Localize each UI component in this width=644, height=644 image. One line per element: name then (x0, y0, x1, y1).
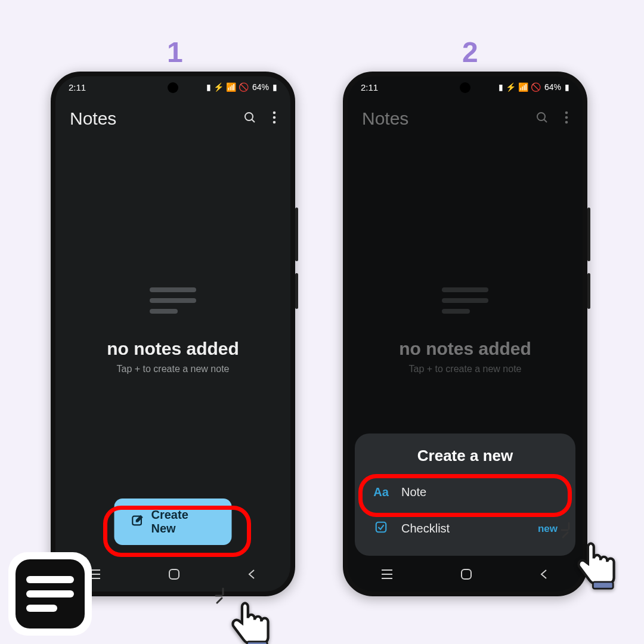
text-icon: Aa (373, 485, 389, 499)
svg-point-14 (565, 121, 568, 124)
notes-empty-icon (150, 281, 196, 320)
svg-rect-9 (169, 569, 179, 579)
step-number-1: 1 (167, 36, 183, 69)
app-header: Notes (348, 98, 583, 136)
create-sheet: Create a new Aa Note Checklist new (355, 434, 575, 556)
home-button[interactable] (460, 568, 473, 583)
search-icon[interactable] (243, 110, 257, 127)
sheet-item-label: Note (401, 485, 426, 499)
recents-button[interactable] (380, 569, 394, 582)
phone-mock-2: 2:11 ▮ ⚡ 📶 🚫 64%▮ Notes no notes added T… (343, 72, 587, 596)
status-icons: ▮ ⚡ 📶 🚫 (499, 82, 541, 92)
app-header: Notes (55, 98, 290, 136)
status-time: 2:11 (69, 82, 86, 92)
svg-line-21 (217, 598, 222, 603)
svg-rect-20 (247, 642, 267, 644)
tap-spark-icon (561, 522, 578, 540)
sheet-title: Create a new (363, 447, 567, 465)
svg-rect-15 (376, 522, 386, 532)
status-time: 2:11 (361, 82, 378, 92)
side-button (587, 208, 590, 261)
empty-title: no notes added (107, 339, 239, 359)
sheet-item-label: Checklist (401, 522, 450, 535)
notes-app-glyph (16, 559, 85, 628)
android-nav-bar (348, 559, 583, 592)
svg-point-4 (273, 121, 276, 124)
empty-title: no notes added (399, 339, 531, 359)
step-number-2: 2 (462, 36, 478, 69)
svg-rect-24 (593, 582, 613, 589)
back-button[interactable] (539, 569, 550, 582)
phone-mock-1: 2:11 ▮ ⚡ 📶 🚫 64%▮ Notes no notes added T… (51, 72, 295, 596)
svg-point-10 (537, 113, 545, 120)
svg-rect-19 (462, 569, 471, 579)
side-button (295, 273, 298, 309)
compose-icon (131, 514, 144, 530)
status-battery: 64% (252, 82, 269, 92)
svg-line-1 (252, 119, 255, 122)
create-new-label: Create New (151, 508, 215, 535)
checkbox-icon (373, 521, 389, 537)
search-icon[interactable] (535, 110, 549, 127)
app-icon (8, 552, 92, 636)
side-button (295, 208, 298, 261)
sheet-item-checklist[interactable]: Checklist new (363, 510, 567, 547)
more-icon[interactable] (565, 111, 568, 126)
page-title: Notes (362, 109, 408, 129)
camera-notch (460, 82, 470, 93)
back-button[interactable] (247, 569, 258, 582)
svg-line-25 (563, 532, 568, 537)
status-battery: 64% (544, 82, 561, 92)
home-button[interactable] (168, 568, 181, 583)
more-icon[interactable] (273, 111, 276, 126)
svg-point-3 (273, 116, 276, 119)
empty-subtitle: Tap + to create a new note (408, 364, 521, 374)
side-button (587, 273, 590, 309)
tap-spark-icon (215, 587, 233, 605)
svg-line-11 (544, 119, 547, 122)
status-icons: ▮ ⚡ 📶 🚫 (206, 82, 249, 92)
create-new-button[interactable]: Create New (114, 499, 232, 545)
sheet-item-note[interactable]: Aa Note (363, 475, 567, 510)
svg-point-12 (565, 112, 568, 114)
empty-subtitle: Tap + to create a new note (116, 364, 229, 374)
notes-empty-icon (442, 281, 488, 320)
new-badge: new (538, 523, 558, 535)
page-title: Notes (70, 109, 116, 129)
camera-notch (168, 82, 178, 93)
svg-point-13 (565, 116, 568, 119)
svg-point-0 (245, 113, 253, 120)
svg-point-2 (273, 112, 276, 114)
